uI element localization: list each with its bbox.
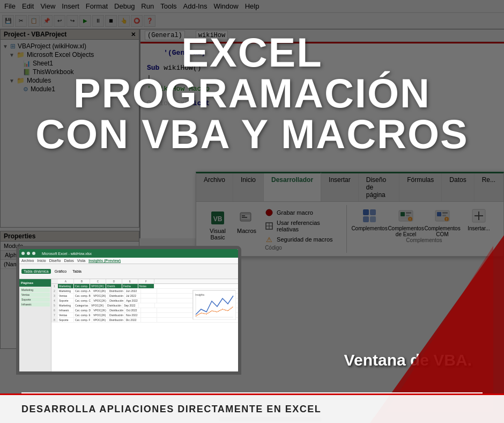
excel-sidebar: Páginas Marketing Ventas Soporte Infraes… [19,279,51,371]
svg-marker-35 [386,246,493,412]
mini-chart: Insights [192,290,235,319]
table-header-row: 1 Marketing Cat. comp. VPOC(2K) Distrib.… [51,284,238,289]
excel-graph-btn[interactable]: Gráfico [53,269,69,274]
sidebar-row[interactable]: Ventas [20,293,50,297]
excel-table-btn[interactable]: Tabla [70,269,84,274]
excel-maximize [27,252,30,255]
excel-mini-ribbon: Tabla dinámica Gráfico Tabla [19,264,238,279]
title-area: EXCEL PROGRAMACIÓN CON VBA Y MACROS [0,32,504,155]
excel-table: A B C D E F 1 Marketing Cat. comp. VPOC(… [51,279,238,371]
excel-table-header: A B C D E F [51,279,238,284]
laptop-area: Microsoft Excel - wikiHow.xlsx Archivo I… [16,246,241,375]
main-title-line2: CON VBA Y MACROS [11,114,493,155]
sidebar-row[interactable]: Infraestr. [20,302,50,307]
excel-title-bar: Microsoft Excel - wikiHow.xlsx [42,252,92,256]
bottom-bar: DESARROLLA APLIACIONES DIRECTAMENTE EN E… [0,393,504,423]
excel-pivot-btn[interactable]: Tabla dinámica [21,269,51,274]
excel-close [32,252,35,255]
excel-body: Páginas Marketing Ventas Soporte Infraes… [19,279,238,371]
bottom-text: DESARROLLA APLIACIONES DIRECTAMENTE EN E… [21,404,321,415]
excel-top-bar: Microsoft Excel - wikiHow.xlsx [19,249,238,258]
sidebar-row[interactable]: Marketing [20,288,50,292]
sidebar-row-list: Marketing Ventas Soporte Infraestr. [19,287,51,308]
svg-text:Insights: Insights [195,293,205,296]
excel-content: Microsoft Excel - wikiHow.xlsx Archivo I… [19,249,238,371]
laptop-screen-outer: Microsoft Excel - wikiHow.xlsx Archivo I… [16,246,241,375]
excel-menu-row: Archivo Inicio Diseño Datos Vista Insigh… [19,258,238,264]
excel-minimize [21,252,25,255]
main-title-line1: EXCEL PROGRAMACIÓN [11,32,493,114]
sidebar-row[interactable]: Soporte [20,297,50,302]
